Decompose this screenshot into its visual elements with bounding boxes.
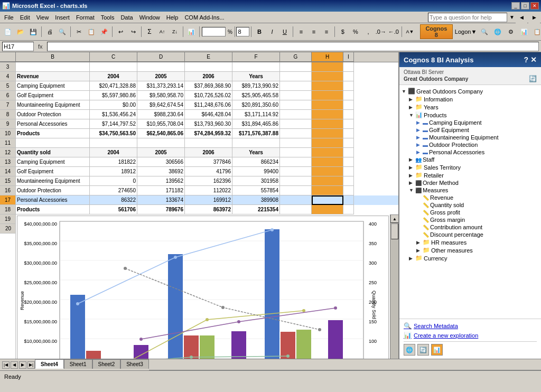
chart-area[interactable]: $40,000,000.00 $35,000,000.00 $30,000,00…	[17, 216, 389, 359]
increase-decimal-button[interactable]: .0→	[375, 26, 387, 38]
create-exploration-link[interactable]: 📊 Create a new exploration	[404, 332, 537, 339]
menu-format[interactable]: Format	[73, 12, 98, 23]
col-header-B[interactable]: B	[16, 52, 90, 62]
col-header-C[interactable]: C	[90, 52, 137, 62]
menu-edit[interactable]: Edit	[17, 12, 33, 23]
scroll-up-button[interactable]: ▲	[390, 214, 398, 223]
align-center-button[interactable]: ≡	[308, 26, 320, 38]
italic-button[interactable]: I	[266, 26, 278, 38]
sum-button[interactable]: Σ	[144, 26, 155, 38]
cognos-icon2[interactable]: 🌐	[492, 26, 503, 38]
menu-window[interactable]: Window	[136, 12, 163, 23]
help-search-input[interactable]	[428, 13, 507, 22]
sort-desc-button[interactable]: Z↓	[169, 26, 181, 38]
scroll-thumb[interactable]	[391, 223, 398, 239]
zoom-input[interactable]: 100%	[202, 27, 226, 36]
tab-next-button[interactable]: ▶	[19, 361, 26, 369]
tree-item-qty-sold[interactable]: 📏 Quantity sold	[402, 201, 539, 209]
maximize-button[interactable]: □	[521, 2, 529, 10]
help-back-button[interactable]: ◀	[516, 12, 527, 23]
sort-asc-button[interactable]: A↑	[156, 26, 168, 38]
tree-container[interactable]: ▼ ⬛ Great Outdoors Company ▶ 📁 Informati…	[399, 85, 541, 319]
bold-button[interactable]: B	[254, 26, 265, 38]
tree-item-contribution[interactable]: 📏 Contribution amount	[402, 223, 539, 231]
cognos-icon4[interactable]: 📊	[519, 26, 530, 38]
formula-input[interactable]	[47, 42, 539, 51]
chart-button[interactable]: 📊	[185, 26, 197, 38]
col-header-H[interactable]: H	[312, 52, 343, 62]
tree-item-measures[interactable]: ▼ ⬛ Measures	[402, 186, 539, 194]
footer-btn2[interactable]: 🔄	[417, 344, 429, 356]
col-header-I[interactable]: I	[343, 52, 354, 62]
col-header-D[interactable]: D	[137, 52, 185, 62]
print-button[interactable]: 🖨	[44, 26, 55, 38]
tree-item-staff[interactable]: ▶ 👥 Staff	[402, 156, 539, 163]
footer-btn3[interactable]: 📊	[431, 344, 443, 356]
tree-root[interactable]: ▼ ⬛ Great Outdoors Company	[402, 87, 539, 95]
tree-item-currency[interactable]: ▶ 📁 Currency	[402, 254, 539, 262]
menu-com-addins[interactable]: COM Add-Ins...	[181, 12, 227, 23]
col-header-E[interactable]: E	[185, 52, 232, 62]
currency-button[interactable]: $	[337, 26, 349, 38]
tree-item-hr[interactable]: ▶ 📁 HR measures	[402, 238, 539, 246]
font-size-input[interactable]	[237, 26, 249, 38]
cognos-icon5[interactable]: 📋	[532, 26, 541, 38]
paste-button[interactable]: 📌	[98, 26, 110, 38]
tree-item-gross-margin[interactable]: 📏 Gross margin	[402, 216, 539, 223]
menu-tools[interactable]: Tools	[98, 12, 118, 23]
underline-button[interactable]: U	[279, 26, 291, 38]
help-forward-button[interactable]: ▶	[528, 12, 540, 23]
tree-item-golf[interactable]: ▶ ▬ Golf Equipment	[402, 126, 539, 134]
tab-first-button[interactable]: |◀	[2, 361, 10, 369]
refresh-icon[interactable]: 🔄	[529, 75, 537, 82]
sheet-tab-2[interactable]: Sheet2	[92, 359, 121, 369]
cognos-icon3[interactable]: ⚙	[506, 26, 517, 38]
tree-item-sales[interactable]: ▶ 📁 Sales Territory	[402, 163, 539, 171]
scroll-track[interactable]	[390, 223, 398, 359]
align-left-button[interactable]: ≡	[295, 26, 307, 38]
tree-item-retailer[interactable]: ▶ 📁 Retailer	[402, 171, 539, 179]
copy-button[interactable]: 📋	[86, 26, 97, 38]
tree-item-gross-profit[interactable]: 📏 Gross profit	[402, 209, 539, 216]
decrease-decimal-button[interactable]: ←.0	[388, 26, 399, 38]
sheet-tab-1[interactable]: Sheet1	[64, 359, 92, 369]
sheet-tab-3[interactable]: Sheet3	[120, 359, 149, 369]
menu-file[interactable]: File	[1, 12, 17, 23]
cut-button[interactable]: ✂	[73, 26, 85, 38]
tree-item-discount[interactable]: 📏 Discount percentage	[402, 231, 539, 238]
sheet-tab-4[interactable]: Sheet4	[35, 359, 64, 369]
comma-button[interactable]: ,	[362, 26, 374, 38]
col-header-F[interactable]: F	[232, 52, 280, 62]
print-preview-button[interactable]: 🔍	[57, 26, 68, 38]
font-size-field[interactable]	[236, 27, 249, 36]
tree-item-personal[interactable]: ▶ ▬ Personal Accessories	[402, 148, 539, 156]
tree-item-other[interactable]: ▶ 📁 Other measures	[402, 246, 539, 254]
minimize-button[interactable]: _	[511, 2, 520, 10]
tree-item-years[interactable]: ▶ 📁 Years	[402, 103, 539, 111]
undo-button[interactable]: ↩	[115, 26, 126, 38]
tree-item-products[interactable]: ▼ 📊 Products	[402, 111, 539, 119]
align-right-button[interactable]: ≡	[321, 26, 332, 38]
redo-button[interactable]: ↪	[127, 26, 139, 38]
menu-insert[interactable]: Insert	[52, 12, 73, 23]
menu-help[interactable]: Help	[163, 12, 182, 23]
save-button[interactable]: 💾	[27, 26, 39, 38]
tree-item-outdoor[interactable]: ▶ ▬ Outdoor Protection	[402, 141, 539, 148]
cell-reference[interactable]: H17	[2, 42, 34, 51]
fill-color-button[interactable]: A▼	[404, 26, 416, 38]
open-button[interactable]: 📂	[15, 26, 26, 38]
cognos-button[interactable]: Cognos 8	[420, 24, 453, 39]
tree-item-order[interactable]: ▶ ⬛ Order Method	[402, 179, 539, 186]
tab-prev-button[interactable]: ◀	[11, 361, 18, 369]
tree-item-revenue[interactable]: 📏 Revenue	[402, 194, 539, 201]
col-header-G[interactable]: G	[280, 52, 312, 62]
tree-item-camping[interactable]: ▶ ▬ Camping Equipment	[402, 119, 539, 126]
tab-last-button[interactable]: ▶|	[27, 361, 35, 369]
cognos-help-button[interactable]: ?	[524, 55, 528, 64]
cognos-close-button[interactable]: ✕	[530, 55, 537, 64]
menu-view[interactable]: View	[33, 12, 52, 23]
footer-btn1[interactable]: 🌐	[404, 344, 415, 356]
vertical-scrollbar[interactable]: ▲ ▼	[390, 214, 398, 359]
menu-data[interactable]: Data	[117, 12, 136, 23]
search-metadata-link[interactable]: 🔍 Search Metadata	[404, 322, 537, 330]
